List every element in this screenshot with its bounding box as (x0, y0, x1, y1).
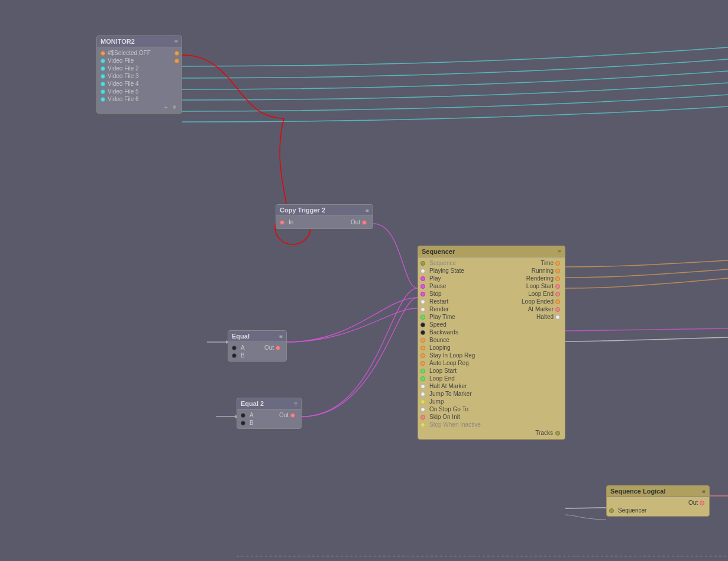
copy-trigger2-title: Copy Trigger 2 (280, 207, 325, 214)
vf1-port-right[interactable] (174, 59, 179, 63)
seq-playtime-dot[interactable] (420, 315, 425, 320)
seq-onstopgoto-dot[interactable] (420, 407, 425, 412)
seq-stop-label: Stop (429, 291, 442, 297)
seq-jumptomarker-dot[interactable] (420, 392, 425, 396)
equal2-b-row: B (237, 419, 301, 427)
seq-row-render: Render At Marker (418, 305, 565, 313)
seq-restart-dot[interactable] (420, 299, 425, 304)
copy-trigger2-body: In Out (276, 216, 373, 228)
monitor2-port-vf1: Video File (97, 57, 182, 65)
monitor2-header: MONITOR2 ≡ (97, 36, 182, 47)
seq-row-stayinloop: Stay In Loop Reg (418, 352, 565, 359)
seq-render-dot[interactable] (420, 307, 425, 312)
seq-halted-label: Halted (536, 314, 554, 320)
seq-halted-dot[interactable] (555, 315, 560, 320)
equal2-title: Equal 2 (241, 400, 264, 407)
equal-node: Equal ≡ A Out B (228, 330, 287, 362)
vf2-port-dot[interactable] (101, 66, 105, 71)
equal2-out-label: Out (279, 412, 289, 418)
seq-row-speed: Speed (418, 321, 565, 328)
equal2-icon: ≡ (294, 401, 297, 407)
seq-loopstart-out-dot[interactable] (555, 284, 560, 289)
sequencer-header: Sequencer ≡ (418, 246, 565, 257)
selected-port-right[interactable] (174, 51, 179, 56)
equal-b-label: B (241, 352, 245, 359)
seq-stopwheninactive-label: Stop When Inactive (429, 421, 481, 428)
seq-bounce-dot[interactable] (420, 338, 425, 343)
seq-skiponinit-dot[interactable] (420, 415, 425, 420)
seq-jump-dot[interactable] (420, 399, 425, 404)
seq-running-dot[interactable] (555, 269, 560, 273)
seq-row-bounce: Bounce (418, 336, 565, 344)
seq-loopend-out-dot[interactable] (555, 292, 560, 296)
sequencer-body: Sequence Time Playing State Running Play (418, 257, 565, 439)
seq-backwards-dot[interactable] (420, 330, 425, 335)
vf3-port-dot[interactable] (101, 74, 105, 79)
seq-haltatmarker-dot[interactable] (420, 384, 425, 389)
seq-stayinloop-dot[interactable] (420, 353, 425, 358)
seq-atmarker-label: At Marker (528, 306, 554, 312)
monitor2-body: #$Selected,OFF Video File Video File 2 V… (97, 47, 182, 113)
ct-in-dot[interactable] (280, 220, 284, 225)
seq-looping-dot[interactable] (420, 346, 425, 350)
seqlogical-sequencer-dot[interactable] (609, 508, 614, 513)
seq-time-dot[interactable] (555, 261, 560, 266)
seq-sequence-dot[interactable] (420, 261, 425, 266)
seq-speed-label: Speed (429, 321, 446, 328)
seq-loopended-label: Loop Ended (522, 298, 554, 305)
equal-b-dot[interactable] (232, 353, 237, 358)
equal2-a-dot[interactable] (241, 413, 245, 418)
seq-row-onstopgoto: On Stop Go To (418, 405, 565, 413)
seq-playing-dot[interactable] (420, 269, 425, 273)
vf4-port-dot[interactable] (101, 82, 105, 86)
seq-row-playtime: Play Time Halted (418, 313, 565, 321)
add-port-right[interactable] (172, 105, 177, 109)
ct-in-label: In (289, 219, 293, 225)
seq-stopwheninactive-dot[interactable] (420, 423, 425, 427)
monitor2-port-vf6: Video File 6 (97, 95, 182, 103)
equal-icon: ≡ (279, 333, 283, 340)
seq-pause-dot[interactable] (420, 284, 425, 289)
copy-trigger2-io-row: In Out (276, 218, 373, 227)
seqlogical-icon: ≡ (702, 488, 706, 495)
vf1-label: Video File (108, 57, 134, 64)
vf6-label: Video File 6 (108, 96, 139, 102)
vf5-port-dot[interactable] (101, 89, 105, 94)
monitor2-port-vf5: Video File 5 (97, 88, 182, 95)
equal-out-label: Out (264, 344, 274, 351)
selected-port-dot[interactable] (101, 51, 105, 56)
equal-out-dot[interactable] (276, 346, 280, 350)
vf4-label: Video File 4 (108, 80, 139, 87)
monitor2-add-button[interactable]: + (97, 103, 182, 111)
seq-pause-label: Pause (429, 283, 446, 289)
seq-backwards-label: Backwards (429, 329, 458, 336)
seq-loopstart-in-dot[interactable] (420, 369, 425, 373)
equal2-out-dot[interactable] (290, 413, 295, 418)
monitor2-title: MONITOR2 (101, 38, 135, 45)
seq-tracks-label: Tracks (535, 430, 553, 436)
equal-a-label: A (241, 344, 245, 351)
seq-loopend-in-dot[interactable] (420, 376, 425, 381)
seq-row-restart: Restart Loop Ended (418, 298, 565, 305)
seq-play-dot[interactable] (420, 276, 425, 281)
seq-skiponinit-label: Skip On Init (429, 414, 460, 420)
seq-speed-dot[interactable] (420, 323, 425, 327)
copy-trigger2-header: Copy Trigger 2 ≡ (276, 205, 373, 216)
seq-rendering-dot[interactable] (555, 276, 560, 281)
seq-stayinloop-label: Stay In Loop Reg (429, 352, 475, 359)
monitor2-port-vf2: Video File 2 (97, 65, 182, 72)
equal2-b-dot[interactable] (241, 421, 245, 425)
seq-tracks-dot[interactable] (555, 431, 560, 436)
seq-row-pause: Pause Loop Start (418, 282, 565, 290)
seqlogical-out-dot[interactable] (700, 501, 704, 505)
seq-stop-dot[interactable] (420, 292, 425, 296)
equal-b-row: B (228, 352, 286, 359)
vf1-port-dot[interactable] (101, 59, 105, 63)
seq-atmarker-dot[interactable] (555, 307, 560, 312)
seq-loopended-dot[interactable] (555, 299, 560, 304)
vf6-port-dot[interactable] (101, 97, 105, 102)
ct-out-dot[interactable] (362, 220, 367, 225)
seq-autoloopreg-dot[interactable] (420, 361, 425, 366)
seq-row-stop: Stop Loop End (418, 290, 565, 298)
equal-a-dot[interactable] (232, 346, 237, 350)
